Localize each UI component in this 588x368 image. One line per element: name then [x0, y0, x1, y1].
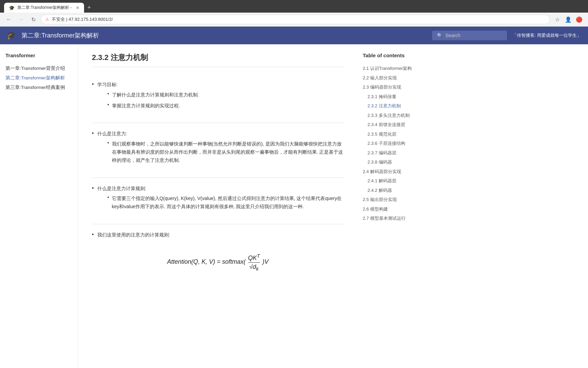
bullet-text-rules: 什么是注意力计算规则:	[97, 185, 344, 193]
toc-item-2-3-4[interactable]: 2.3.4 前馈全连接层	[363, 120, 427, 129]
tab-title: 第二章:Transformer架构解析 -	[17, 5, 72, 11]
sidebar-item-ch2[interactable]: 第二章:Transformer架构解析	[5, 73, 72, 83]
section-attention-rules: • 什么是注意力计算规则: • 它需要三个指定的输入Q(query), K(ke…	[92, 178, 344, 224]
sub-dot: •	[108, 195, 109, 200]
tab-favicon: 🎓	[9, 5, 15, 11]
browser-tab-active[interactable]: 🎓 第二章:Transformer架构解析 - ✕	[4, 3, 84, 13]
sub-item: • 我们观察事物时，之所以能够快速判断一种事物(当然允许判断是错误的), 是因为…	[108, 140, 344, 164]
sub-text-attention-desc: 我们观察事物时，之所以能够快速判断一种事物(当然允许判断是错误的), 是因为我们…	[112, 140, 344, 164]
toc-item-2-4[interactable]: 2.4 解码器部分实现	[363, 167, 427, 177]
toc-title: Table of contents	[363, 52, 427, 58]
bookmark-button[interactable]: ☆	[553, 15, 562, 24]
sub-list-attention: • 我们观察事物时，之所以能够快速判断一种事物(当然允许判断是错误的), 是因为…	[108, 140, 344, 164]
sub-dot: •	[108, 91, 109, 96]
sidebar-item-ch1[interactable]: 第一章:Transformer背景介绍	[5, 64, 72, 73]
toc-item-2-3-3[interactable]: 2.3.3 多头注意力机制	[363, 111, 427, 120]
browser-chrome: 🎓 第二章:Transformer架构解析 - ✕ +	[0, 0, 588, 13]
toc-item-2-3[interactable]: 2.3 编码器部分实现	[363, 82, 427, 92]
table-of-contents: Table of contents 2.1 认识Transformer架构 2.…	[357, 44, 432, 368]
toolbar-actions: ☆ 👤 🔴	[553, 15, 584, 24]
toc-item-2-3-1[interactable]: 2.3.1 掩码张量	[363, 92, 427, 102]
sub-item: • 掌握注意力计算规则的实现过程.	[108, 102, 199, 110]
bullet-item: • 什么是注意力计算规则: • 它需要三个指定的输入Q(query), K(ke…	[92, 185, 344, 214]
search-bar[interactable]: 🔍 Search	[432, 31, 507, 40]
sidebar-item-ch3[interactable]: 第三章:Transformer经典案例	[5, 83, 72, 92]
new-tab-button[interactable]: +	[85, 3, 94, 13]
toc-item-2-3-8[interactable]: 2.3.8 编码器	[363, 157, 427, 167]
sub-text-rules-desc: 它需要三个指定的输入Q(query), K(key), V(value), 然后…	[112, 195, 344, 211]
sub-text-1: 掌握注意力计算规则的实现过程.	[112, 102, 180, 110]
app-logo: 🎓	[7, 31, 16, 40]
forward-button[interactable]: →	[16, 15, 26, 24]
toc-item-2-7[interactable]: 2.7 模型基本测试运行	[363, 214, 427, 223]
toc-item-2-2[interactable]: 2.2 输入部分实现	[363, 73, 427, 83]
math-formula: Attention(Q, K, V) = softmax( QKT √dk )V	[92, 243, 344, 275]
tab-close-button[interactable]: ✕	[76, 5, 79, 10]
browser-toolbar: ← → ↻ ⚠ 不安全 | 47.92.175.143:8001/2/ ☆ 👤 …	[0, 13, 588, 27]
toc-item-2-1[interactable]: 2.1 认识Transformer架构	[363, 64, 427, 73]
bullet-dot: •	[92, 130, 94, 136]
sidebar-title: Transformer	[5, 52, 72, 58]
main-content: 2.3.2 注意力机制 • 学习目标: • 了解什么是注意力计算规则和注意力机制…	[78, 44, 357, 368]
app-header: 🎓 第二章:Transformer架构解析 🔍 Search 「传智播客: 用爱…	[0, 27, 588, 44]
sub-dot: •	[108, 140, 109, 145]
section-learning-goals: • 学习目标: • 了解什么是注意力计算规则和注意力机制. • 掌握注意力计算规…	[92, 74, 344, 123]
search-icon: 🔍	[437, 33, 443, 38]
sub-list-rules: • 它需要三个指定的输入Q(query), K(key), V(value), …	[108, 195, 344, 211]
formula-text: Attention(Q, K, V) = softmax( QKT √dk )V	[167, 258, 268, 265]
search-placeholder: Search	[445, 33, 460, 38]
sub-item: • 了解什么是注意力计算规则和注意力机制.	[108, 91, 199, 99]
sub-item: • 它需要三个指定的输入Q(query), K(key), V(value), …	[108, 195, 344, 211]
bullet-dot: •	[92, 185, 94, 191]
bullet-item: • 学习目标: • 了解什么是注意力计算规则和注意力机制. • 掌握注意力计算规…	[92, 81, 344, 112]
toc-item-2-6[interactable]: 2.6 模型构建	[363, 204, 427, 214]
toc-item-2-3-2[interactable]: 2.3.2 注意力机制	[363, 101, 427, 111]
sidebar: Transformer 第一章:Transformer背景介绍 第二章:Tran…	[0, 44, 78, 368]
toc-item-2-3-6[interactable]: 2.3.6 子层连接结构	[363, 139, 427, 148]
extension-button[interactable]: 🔴	[574, 15, 584, 24]
toc-item-2-4-2[interactable]: 2.4.2 解码器	[363, 186, 427, 195]
section-attention-intro: • 什么是注意力: • 我们观察事物时，之所以能够快速判断一种事物(当然允许判断…	[92, 123, 344, 178]
toc-item-2-3-7[interactable]: 2.3.7 编码器层	[363, 148, 427, 158]
browser-tabs: 🎓 第二章:Transformer架构解析 - ✕ +	[4, 3, 94, 13]
sub-list-learning-goals: • 了解什么是注意力计算规则和注意力机制. • 掌握注意力计算规则的实现过程.	[108, 91, 199, 110]
page-heading: 2.3.2 注意力机制	[92, 52, 344, 67]
page-layout: Transformer 第一章:Transformer背景介绍 第二章:Tran…	[0, 44, 588, 368]
app-title: 第二章:Transformer架构解析	[21, 31, 427, 40]
account-button[interactable]: 👤	[564, 15, 573, 24]
bullet-text-attention: 什么是注意力:	[97, 130, 344, 138]
header-brand: 「传智播客: 用爱成就每一位学生」	[512, 32, 581, 39]
address-text: 不安全 | 47.92.175.143:8001/2/	[52, 16, 545, 22]
bullet-item: • 什么是注意力: • 我们观察事物时，之所以能够快速判断一种事物(当然允许判断…	[92, 130, 344, 167]
toc-item-2-3-5[interactable]: 2.3.5 规范化层	[363, 129, 427, 139]
address-bar[interactable]: ⚠ 不安全 | 47.92.175.143:8001/2/	[41, 15, 550, 24]
bullet-dot: •	[92, 81, 94, 87]
reload-button[interactable]: ↻	[29, 15, 38, 24]
sub-text-0: 了解什么是注意力计算规则和注意力机制.	[112, 91, 199, 99]
bullet-text-formula-intro: 我们这里使用的注意力的计算规则:	[97, 231, 170, 239]
bullet-text-learning-goals: 学习目标:	[97, 81, 199, 89]
bullet-dot: •	[92, 231, 94, 237]
security-icon: ⚠	[45, 17, 49, 22]
sub-dot: •	[108, 102, 109, 107]
toc-item-2-5[interactable]: 2.5 输出部分实现	[363, 195, 427, 204]
toc-item-2-4-1[interactable]: 2.4.1 解码器层	[363, 176, 427, 186]
back-button[interactable]: ←	[4, 15, 14, 24]
bullet-item: • 我们这里使用的注意力的计算规则:	[92, 231, 344, 239]
section-formula: • 我们这里使用的注意力的计算规则: Attention(Q, K, V) = …	[92, 224, 344, 281]
